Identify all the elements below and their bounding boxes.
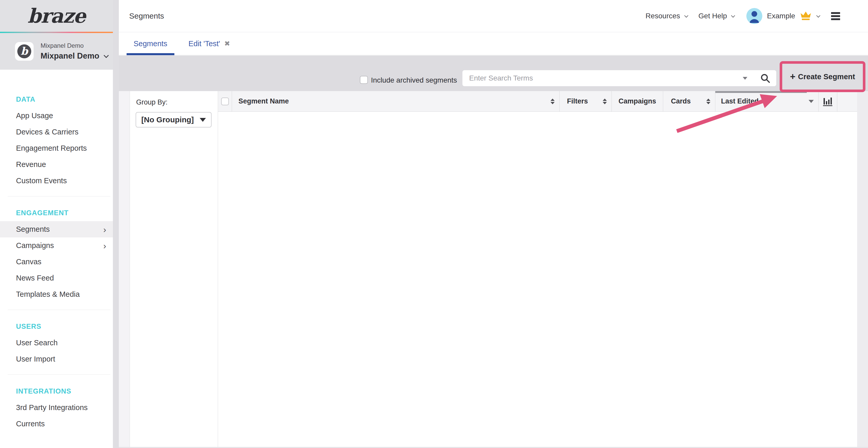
sidebar-separator: [113, 0, 119, 448]
sidebar-item-app-usage[interactable]: App Usage: [0, 108, 113, 124]
user-account-menu[interactable]: Example: [746, 8, 819, 24]
header-actions: Resources Get Help Example: [634, 8, 840, 24]
tab-segments[interactable]: Segments: [127, 32, 175, 55]
group-by-panel: Group By: [No Grouping]: [130, 91, 218, 447]
content-left-gutter: [119, 91, 130, 447]
sidebar-nav: DATA App Usage Devices & Carriers Engage…: [0, 70, 113, 432]
workspace-app-icon: b: [15, 42, 34, 61]
group-by-label: Group By:: [136, 98, 218, 106]
chevron-down-icon: [816, 13, 820, 18]
segments-table: Segment Name Filters Campaigns Cards Las…: [218, 91, 857, 447]
chevron-down-icon: [684, 13, 688, 18]
chevron-right-icon: ›: [103, 241, 106, 250]
section-header-users: USERS: [0, 321, 113, 332]
column-campaigns[interactable]: Campaigns: [612, 91, 663, 111]
horizontal-scrollbar-track: [119, 447, 868, 448]
workspace-icon-letter: b: [21, 46, 28, 56]
sidebar-item-revenue[interactable]: Revenue: [0, 157, 113, 173]
section-header-engagement: ENGAGEMENT: [0, 208, 113, 218]
sidebar-item-campaigns[interactable]: Campaigns ›: [0, 237, 113, 254]
sort-icon[interactable]: [603, 99, 607, 104]
workspace-app-name: Mixpanel Demo: [40, 42, 107, 49]
user-name: Example: [767, 12, 795, 20]
sidebar-section-data: DATA App Usage Devices & Carriers Engage…: [0, 70, 113, 189]
sidebar-item-segments[interactable]: Segments ›: [0, 221, 113, 237]
sort-icon[interactable]: [551, 99, 555, 104]
sidebar-item-engagement-reports[interactable]: Engagement Reports: [0, 140, 113, 157]
column-cards[interactable]: Cards: [663, 91, 715, 111]
column-spacer: [837, 91, 857, 111]
braze-logo: braze: [28, 4, 86, 27]
search-input[interactable]: [469, 74, 743, 82]
top-header: Segments Resources Get Help: [119, 0, 868, 32]
workspace-company-name: Mixpanel Demo: [40, 51, 99, 61]
get-help-menu[interactable]: Get Help: [699, 12, 734, 20]
sidebar-section-engagement: ENGAGEMENT Segments › Campaigns › Canvas…: [0, 196, 113, 303]
sidebar-section-users: USERS User Search User Import: [0, 310, 113, 367]
sidebar-item-news-feed[interactable]: News Feed: [0, 270, 113, 286]
sidebar-item-devices-carriers[interactable]: Devices & Carriers: [0, 124, 113, 140]
avatar: [746, 8, 762, 24]
sidebar-item-3rd-party-integrations[interactable]: 3rd Party Integrations: [0, 400, 113, 416]
bar-chart-icon: [823, 96, 833, 107]
main-content: Segments Resources Get Help: [119, 0, 868, 448]
crown-icon: [799, 11, 812, 21]
select-all-checkbox[interactable]: [221, 98, 229, 105]
select-all-cell: [218, 91, 232, 111]
dropdown-arrow-icon: [200, 118, 206, 122]
column-segment-name[interactable]: Segment Name: [232, 91, 560, 111]
logo-band: braze: [0, 0, 113, 32]
group-by-select[interactable]: [No Grouping]: [135, 112, 212, 128]
sidebar-item-user-import[interactable]: User Import: [0, 351, 113, 367]
column-analytics[interactable]: [819, 91, 837, 111]
include-archived-checkbox[interactable]: [360, 76, 368, 84]
include-archived-label: Include archived segments: [371, 76, 457, 84]
workspace-labels: Mixpanel Demo Mixpanel Demo: [40, 42, 107, 61]
sidebar-item-templates-media[interactable]: Templates & Media: [0, 286, 113, 303]
sidebar: braze b Mixpanel Demo Mixpanel Demo DATA…: [0, 0, 113, 448]
hamburger-menu-icon[interactable]: [831, 12, 840, 20]
section-header-data: DATA: [0, 94, 113, 105]
workspace-selector[interactable]: b Mixpanel Demo Mixpanel Demo: [0, 33, 113, 70]
braze-app-window: braze b Mixpanel Demo Mixpanel Demo DATA…: [0, 0, 868, 448]
resources-menu[interactable]: Resources: [646, 12, 687, 20]
page-title: Segments: [129, 12, 164, 21]
section-header-integrations: INTEGRATIONS: [0, 386, 113, 397]
search-dropdown-caret-icon[interactable]: [743, 77, 747, 80]
sidebar-item-currents[interactable]: Currents: [0, 416, 113, 432]
column-last-edited[interactable]: Last Edited: [715, 91, 819, 111]
tab-bar: Segments Edit 'Test' ✖: [119, 32, 868, 55]
close-icon[interactable]: ✖: [224, 39, 230, 48]
segment-search-box: [462, 70, 776, 86]
chevron-right-icon: ›: [103, 225, 106, 234]
braze-b-icon: b: [17, 44, 31, 58]
sidebar-section-integrations: INTEGRATIONS 3rd Party Integrations Curr…: [0, 375, 113, 432]
sort-icon[interactable]: [706, 99, 710, 104]
plus-icon: +: [790, 72, 796, 81]
table-header-row: Segment Name Filters Campaigns Cards Las…: [218, 91, 857, 112]
create-segment-button[interactable]: + Create Segment: [780, 61, 865, 92]
chevron-down-icon: [731, 13, 735, 18]
search-icon[interactable]: [760, 73, 771, 83]
column-filters[interactable]: Filters: [560, 91, 612, 111]
chevron-down-icon: [104, 53, 109, 58]
sidebar-item-custom-events[interactable]: Custom Events: [0, 173, 113, 189]
sort-direction-caret-icon[interactable]: [809, 100, 814, 103]
sidebar-item-canvas[interactable]: Canvas: [0, 254, 113, 270]
tab-edit-test[interactable]: Edit 'Test' ✖: [182, 32, 237, 55]
content-right-gutter: [857, 91, 868, 447]
sidebar-item-user-search[interactable]: User Search: [0, 335, 113, 351]
